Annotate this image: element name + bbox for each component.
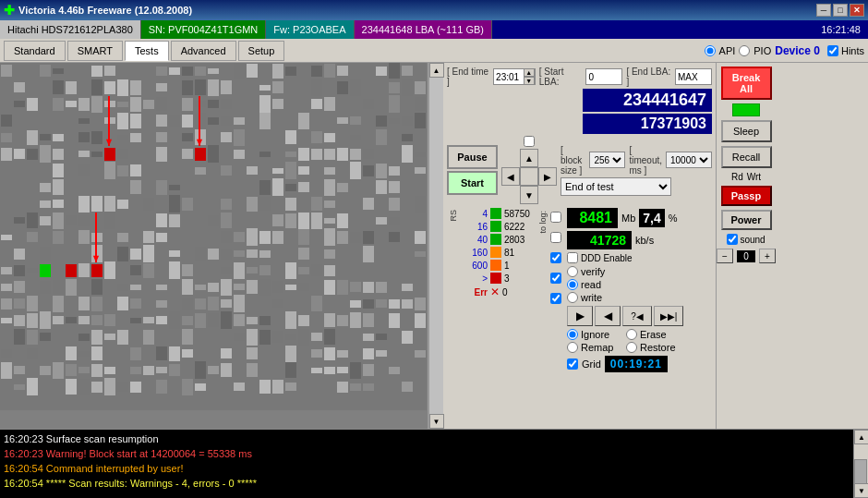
ddd-checkbox[interactable] bbox=[567, 252, 578, 263]
arrow-checkbox[interactable] bbox=[524, 136, 535, 147]
volume-row: − 0 + bbox=[717, 249, 776, 263]
arrow-right-button[interactable]: ▶ bbox=[538, 167, 557, 186]
counter-40-bar bbox=[490, 234, 501, 245]
eot-row: End of test Loop Stop bbox=[561, 177, 712, 196]
query-button[interactable]: ?◀ bbox=[622, 306, 652, 326]
scroll-up-button[interactable]: ▲ bbox=[429, 63, 444, 78]
play-button[interactable]: ▶ bbox=[567, 306, 593, 326]
log-check-3[interactable] bbox=[550, 252, 561, 263]
arrow-up-button[interactable]: ▲ bbox=[520, 149, 538, 167]
restore-radio-row: Restore bbox=[626, 342, 683, 353]
vol-plus-button[interactable]: + bbox=[759, 249, 776, 263]
recall-button[interactable]: Recall bbox=[721, 146, 772, 168]
counter-16-value: 6222 bbox=[504, 222, 524, 232]
to-log-label: to log: bbox=[537, 210, 549, 235]
tab-standard[interactable]: Standard bbox=[4, 41, 66, 61]
counter-err-value: 0 bbox=[502, 287, 508, 298]
sound-label: sound bbox=[740, 235, 765, 245]
counter-4-label: 4 bbox=[462, 209, 488, 219]
log-scroll-down[interactable]: ▼ bbox=[854, 483, 868, 498]
hints-check: Hints bbox=[827, 45, 864, 56]
counter-4-value: 58750 bbox=[504, 209, 530, 219]
maximize-button[interactable]: □ bbox=[833, 4, 848, 17]
timeout-select[interactable]: 10000 bbox=[666, 152, 712, 168]
content-area: ▲ ▼ [ End time ] 23:01 ▲ ▼ [ Start LBA: … bbox=[0, 63, 868, 429]
ignore-radio[interactable] bbox=[567, 329, 578, 340]
arrow-down-button[interactable]: ▼ bbox=[520, 186, 538, 204]
controls-row: Pause Start ▲ ◀ ▶ ▼ bbox=[447, 136, 712, 204]
arrow-center-button[interactable] bbox=[520, 167, 538, 186]
log-scrollbar[interactable]: ▲ ▼ bbox=[853, 430, 868, 498]
drive-info: Hitachi HDS721612PLA380 bbox=[0, 20, 141, 39]
log-line-1: 16:20:23 Surface scan resumption bbox=[4, 431, 850, 446]
title-bar: ✚ Victoria 4.46b Freeware (12.08.2008) ─… bbox=[0, 0, 868, 20]
verify-radio[interactable] bbox=[567, 266, 578, 277]
sn-label: SN: bbox=[149, 24, 165, 35]
ddd-label: DDD Enable bbox=[581, 253, 633, 263]
restore-radio[interactable] bbox=[626, 342, 637, 353]
read-radio[interactable] bbox=[567, 279, 578, 290]
close-button[interactable]: ✕ bbox=[850, 4, 864, 17]
end-time-down[interactable]: ▼ bbox=[524, 77, 535, 85]
counter-gt-row: > 3 bbox=[462, 273, 536, 284]
mb-display: 8481 bbox=[567, 208, 618, 228]
start-button[interactable]: Start bbox=[447, 171, 498, 195]
pause-button[interactable]: Pause bbox=[447, 145, 498, 169]
tab-advanced[interactable]: Advanced bbox=[171, 41, 236, 61]
block-timeout-row: [ block size ] 256 [ timeout, ms ] 10000 bbox=[561, 145, 712, 176]
rd-label: Rd bbox=[731, 172, 743, 182]
counter-160-label: 160 bbox=[462, 248, 488, 258]
end-lba-input[interactable]: 234441647 bbox=[675, 68, 712, 85]
scroll-track[interactable] bbox=[429, 78, 443, 414]
log-check-2[interactable] bbox=[550, 232, 561, 243]
sound-checkbox[interactable] bbox=[727, 234, 738, 245]
grid-checkbox[interactable] bbox=[567, 358, 578, 370]
counter-gt-label: > bbox=[462, 273, 488, 284]
fw-label: Fw: bbox=[273, 24, 290, 35]
end-time-up[interactable]: ▲ bbox=[524, 68, 535, 77]
power-button[interactable]: Power bbox=[721, 210, 772, 230]
stats-section: 8481 Mb 7,4 % 41728 kb/s DDD Enable bbox=[567, 208, 683, 372]
pio-radio[interactable] bbox=[739, 45, 750, 56]
eot-select[interactable]: End of test Loop Stop bbox=[561, 177, 671, 196]
block-size-select[interactable]: 256 bbox=[589, 152, 625, 168]
hints-checkbox[interactable] bbox=[827, 45, 838, 56]
passp-button[interactable]: Passp bbox=[721, 186, 772, 206]
end-time-input[interactable]: 23:01 ▲ ▼ bbox=[493, 68, 536, 85]
scan-canvas bbox=[0, 63, 427, 410]
log-check-4[interactable] bbox=[550, 273, 561, 284]
log-check-5[interactable] bbox=[550, 293, 561, 304]
start-lba-input[interactable]: 0 bbox=[585, 68, 622, 85]
end-time-label: [ End time ] bbox=[447, 67, 489, 87]
app-icon: ✚ bbox=[4, 3, 15, 18]
scan-scrollbar[interactable]: ▲ ▼ bbox=[428, 63, 443, 429]
remap-radio[interactable] bbox=[567, 342, 578, 353]
log-check-1[interactable] bbox=[550, 212, 561, 223]
pct-label: % bbox=[669, 213, 678, 224]
tab-setup[interactable]: Setup bbox=[238, 41, 285, 61]
lba-info: 234441648 LBA (~111 GB) bbox=[355, 20, 492, 39]
minimize-button[interactable]: ─ bbox=[816, 4, 831, 17]
log-scroll-up[interactable]: ▲ bbox=[854, 430, 868, 444]
device-label: Device 0 bbox=[775, 44, 820, 57]
tab-tests[interactable]: Tests bbox=[125, 41, 169, 61]
grid-row: Grid 00:19:21 bbox=[567, 356, 683, 372]
api-radio-group: API PIO Device 0 bbox=[705, 44, 820, 57]
block-size-label: [ block size ] bbox=[561, 145, 585, 176]
break-all-button[interactable]: BreakAll bbox=[721, 67, 772, 100]
arrow-left-button[interactable]: ◀ bbox=[501, 167, 520, 186]
sleep-button[interactable]: Sleep bbox=[721, 120, 772, 142]
api-radio[interactable] bbox=[705, 45, 716, 56]
erase-radio[interactable] bbox=[626, 329, 637, 340]
drive-name: Hitachi HDS721612PLA380 bbox=[7, 24, 133, 35]
app-window: ✚ Victoria 4.46b Freeware (12.08.2008) ─… bbox=[0, 0, 868, 498]
ddd-row: DDD Enable bbox=[567, 252, 683, 263]
vol-minus-button[interactable]: − bbox=[717, 249, 733, 263]
tab-smart[interactable]: SMART bbox=[67, 41, 123, 61]
back-button[interactable]: ◀ bbox=[595, 306, 621, 326]
write-radio[interactable] bbox=[567, 292, 578, 303]
scroll-down-button[interactable]: ▼ bbox=[429, 414, 444, 429]
fw-value: P23OABEA bbox=[293, 24, 345, 35]
skip-button[interactable]: ▶▶| bbox=[654, 306, 683, 326]
restore-label: Restore bbox=[640, 342, 676, 353]
